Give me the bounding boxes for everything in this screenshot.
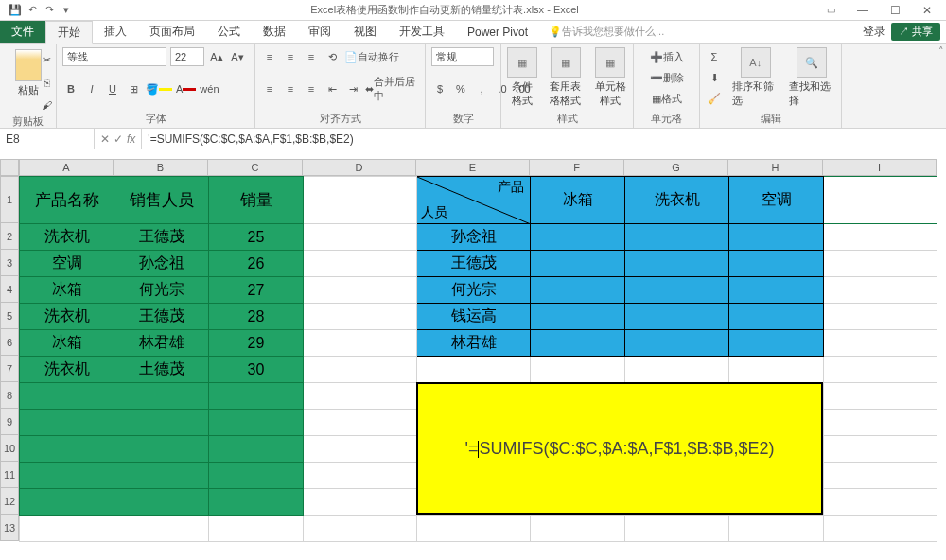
- cell[interactable]: [209, 383, 304, 410]
- cell[interactable]: 空调: [20, 251, 114, 277]
- cell[interactable]: [625, 516, 729, 542]
- cell[interactable]: 钱运高: [417, 304, 531, 330]
- cell[interactable]: [20, 436, 114, 463]
- select-all-corner[interactable]: [0, 159, 19, 176]
- cell[interactable]: 孙念祖: [417, 224, 531, 251]
- cell[interactable]: [114, 516, 209, 542]
- cell[interactable]: [304, 489, 417, 516]
- cell[interactable]: [304, 277, 417, 304]
- align-right-icon[interactable]: ≡: [303, 79, 320, 98]
- cell[interactable]: [209, 463, 304, 489]
- cell-style-button[interactable]: ▦单元格样式: [593, 47, 627, 108]
- dec-indent-icon[interactable]: ⇤: [324, 79, 341, 98]
- cell[interactable]: 产品名称: [20, 177, 114, 224]
- tab-file[interactable]: 文件: [0, 21, 45, 43]
- cell[interactable]: [824, 304, 937, 330]
- cell[interactable]: 洗衣机: [20, 224, 114, 251]
- cell[interactable]: [729, 224, 824, 251]
- cell[interactable]: [20, 463, 114, 489]
- cell[interactable]: [417, 357, 531, 383]
- cell[interactable]: [625, 304, 729, 330]
- fill-icon[interactable]: ⬇: [706, 68, 723, 87]
- ribbon-options-icon[interactable]: ▭: [815, 1, 846, 20]
- grow-font-icon[interactable]: A▴: [208, 47, 225, 66]
- conditional-format-button[interactable]: ▦条件格式: [507, 47, 537, 108]
- cell[interactable]: 销量: [209, 177, 304, 224]
- cell[interactable]: [304, 224, 417, 251]
- cell[interactable]: [824, 224, 937, 251]
- border-icon[interactable]: ⊞: [125, 79, 142, 98]
- cell[interactable]: [304, 357, 417, 383]
- column-headers[interactable]: A B C D E F G H I: [19, 159, 937, 176]
- wrap-text-button[interactable]: 📄自动换行: [344, 47, 399, 66]
- cancel-formula-icon[interactable]: ✕: [100, 132, 110, 146]
- tab-data[interactable]: 数据: [252, 21, 297, 43]
- close-icon[interactable]: ✕: [912, 1, 942, 20]
- align-top-icon[interactable]: ≡: [261, 47, 278, 66]
- align-bot-icon[interactable]: ≡: [303, 47, 320, 66]
- cell[interactable]: 27: [209, 277, 304, 304]
- cell[interactable]: 30: [209, 357, 304, 383]
- phonetic-icon[interactable]: wén: [200, 79, 219, 98]
- formula-bar[interactable]: '=SUMIFS($C:$C,$A:$A,F$1,$B:$B,$E2): [142, 129, 946, 149]
- cell[interactable]: [824, 516, 937, 542]
- cell[interactable]: 洗衣机: [20, 304, 114, 330]
- cell[interactable]: [114, 383, 209, 410]
- cell[interactable]: [304, 251, 417, 277]
- clear-icon[interactable]: 🧹: [706, 89, 723, 108]
- cell[interactable]: [417, 516, 531, 542]
- formula-overlay[interactable]: '=SUMIFS($C:$C,$A:$A,F$1,$B:$B,$E2): [416, 382, 823, 515]
- cell[interactable]: [729, 357, 824, 383]
- align-center-icon[interactable]: ≡: [282, 79, 299, 98]
- cell[interactable]: [824, 383, 937, 410]
- merge-button[interactable]: ⬌合并后居中: [365, 79, 419, 98]
- cell[interactable]: 冰箱: [20, 277, 114, 304]
- cell[interactable]: [304, 304, 417, 330]
- cell[interactable]: [729, 330, 824, 357]
- cell[interactable]: 产品 人员: [417, 177, 531, 224]
- align-mid-icon[interactable]: ≡: [282, 47, 299, 66]
- cell[interactable]: 林君雄: [417, 330, 531, 357]
- underline-button[interactable]: U: [104, 79, 121, 98]
- currency-icon[interactable]: $: [431, 79, 448, 98]
- cell[interactable]: [114, 436, 209, 463]
- cell[interactable]: [824, 251, 937, 277]
- cell[interactable]: 空调: [729, 177, 824, 224]
- cut-icon[interactable]: ✂: [38, 50, 55, 69]
- cell[interactable]: 29: [209, 330, 304, 357]
- redo-icon[interactable]: ↷: [42, 3, 57, 18]
- cell[interactable]: [304, 436, 417, 463]
- cell[interactable]: 孙念祖: [114, 251, 209, 277]
- cell[interactable]: [531, 304, 625, 330]
- cell[interactable]: 28: [209, 304, 304, 330]
- share-button[interactable]: ↗ 共享: [891, 23, 940, 41]
- tab-formulas[interactable]: 公式: [206, 21, 252, 43]
- cell[interactable]: 25: [209, 224, 304, 251]
- font-color-icon[interactable]: A: [176, 79, 196, 98]
- cell[interactable]: 冰箱: [20, 330, 114, 357]
- cell[interactable]: [729, 277, 824, 304]
- qat-dropdown-icon[interactable]: ▾: [59, 3, 74, 18]
- cell[interactable]: 王德茂: [417, 251, 531, 277]
- cell[interactable]: [824, 489, 937, 516]
- tab-review[interactable]: 审阅: [297, 21, 342, 43]
- cell[interactable]: 王德茂: [114, 224, 209, 251]
- cell[interactable]: 何光宗: [417, 277, 531, 304]
- fx-icon[interactable]: fx: [127, 132, 135, 146]
- cell[interactable]: [531, 224, 625, 251]
- cell[interactable]: 26: [209, 251, 304, 277]
- cell[interactable]: [20, 383, 114, 410]
- cell[interactable]: [531, 516, 625, 542]
- cell[interactable]: [729, 304, 824, 330]
- fill-color-icon[interactable]: 🪣: [146, 79, 172, 98]
- login-link[interactable]: 登录: [863, 24, 885, 40]
- copy-icon[interactable]: ⎘: [38, 73, 55, 92]
- undo-icon[interactable]: ↶: [25, 3, 40, 18]
- cell[interactable]: [304, 516, 417, 542]
- cell[interactable]: [209, 489, 304, 516]
- cell[interactable]: [20, 516, 114, 542]
- font-size-select[interactable]: 22: [170, 47, 204, 66]
- format-cells-button[interactable]: ▦格式: [639, 89, 693, 108]
- name-box[interactable]: E8: [0, 129, 95, 149]
- cell[interactable]: [824, 330, 937, 357]
